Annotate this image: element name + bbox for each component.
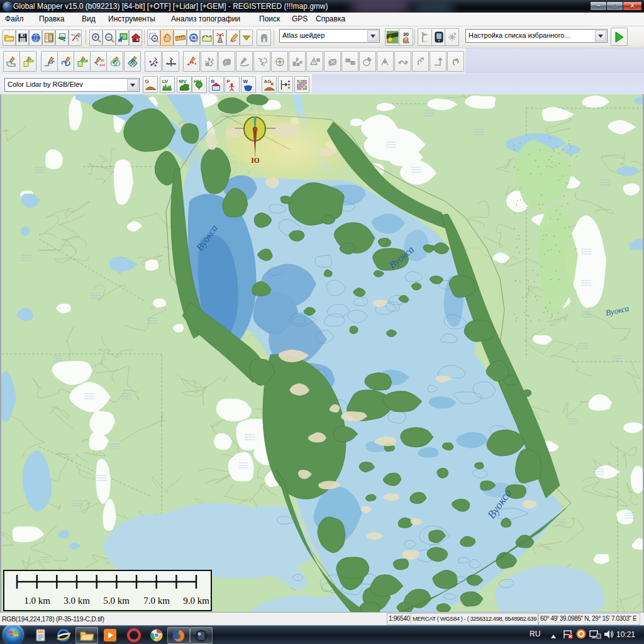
svg-text:MV: MV	[179, 78, 187, 84]
svg-text:5.0 km: 5.0 km	[103, 596, 130, 606]
svg-text:Ю: Ю	[252, 157, 260, 164]
svg-text:LV: LV	[162, 78, 169, 84]
svg-text:36: 36	[100, 58, 104, 62]
svg-text:7.0 km: 7.0 km	[143, 596, 170, 606]
svg-text:+: +	[153, 36, 156, 42]
svg-text:−: −	[107, 34, 110, 40]
svg-text:30: 30	[403, 31, 409, 37]
svg-text:9.0 km: 9.0 km	[183, 596, 209, 606]
svg-text:code: code	[99, 62, 105, 66]
svg-text:W: W	[243, 78, 248, 84]
svg-text:AG: AG	[264, 78, 272, 84]
svg-text:P: P	[227, 78, 231, 84]
svg-text:B: B	[211, 78, 215, 84]
svg-text:svcc: svcc	[423, 40, 428, 43]
svg-text:G: G	[145, 78, 149, 84]
svg-text:3.0 km: 3.0 km	[64, 596, 90, 606]
svg-text:1.0 km: 1.0 km	[24, 596, 50, 606]
svg-text:+: +	[94, 34, 97, 40]
